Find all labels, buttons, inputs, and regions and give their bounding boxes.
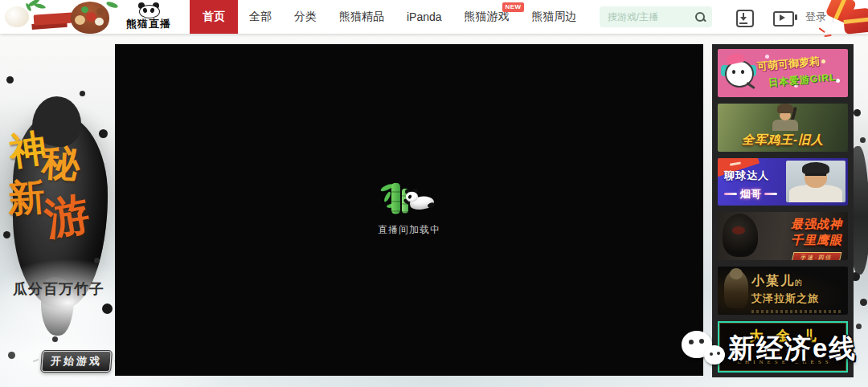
search-box: [600, 6, 712, 27]
promo-sidebar: 可萌可御萝莉 日本爱游GIRL 全军鸡王-旧人 聊球达人 烟哥: [712, 44, 854, 377]
panda-tv-page: 熊猫直播 首页 全部 分类 熊猫精品 iPanda 熊猫游戏 NEW 熊猫周边 …: [0, 0, 868, 387]
loading-text: 直播间加载中: [378, 222, 440, 236]
soldier-art: [771, 104, 800, 131]
panda-face-icon: [137, 2, 160, 17]
top-navbar: 熊猫直播 首页 全部 分类 熊猫精品 iPanda 熊猫游戏 NEW 熊猫周边 …: [0, 0, 868, 34]
banner-loli-game[interactable]: 可萌可御萝莉 日本爱游GIRL: [718, 49, 848, 97]
nav-item-home[interactable]: 首页: [190, 0, 238, 34]
nav-item-games[interactable]: 熊猫游戏 NEW: [453, 0, 521, 34]
banner-ribbon-label: 手速·四倍: [791, 252, 841, 260]
nav-item-merch[interactable]: 熊猫周边: [521, 0, 588, 34]
red-ribbon-art: [34, 12, 75, 25]
player-loading: 直播间加载中: [378, 181, 440, 236]
character-art: [724, 271, 748, 308]
nav-item-categories[interactable]: 分类: [283, 0, 328, 34]
search-icon[interactable]: [695, 12, 706, 22]
search-input[interactable]: [606, 10, 695, 23]
nav-item-ipanda[interactable]: iPanda: [395, 0, 453, 34]
nav-item-premium[interactable]: 熊猫精品: [328, 0, 395, 34]
start-game-button[interactable]: 开始游戏: [41, 351, 112, 372]
nav-item-all[interactable]: 全部: [238, 0, 283, 34]
banner-subtitle: 中国象棋: [719, 346, 846, 357]
download-icon[interactable]: [736, 10, 754, 27]
content-area: 神 秘 新 游 瓜分百万竹子 开始游戏 直播: [0, 34, 868, 387]
hooded-figure-art: [723, 214, 758, 257]
fine-print-art: [751, 310, 841, 313]
panda-bamboo-loading-icon: [380, 181, 438, 215]
leaf-art: [105, 1, 118, 10]
ink-splatter-art: [0, 34, 4, 38]
dumpling-art: [5, 6, 29, 27]
ad-subtitle: 瓜分百万竹子: [0, 279, 117, 299]
banner-azeroth-trip[interactable]: 小菓儿的 艾泽拉斯之旅: [718, 267, 848, 315]
banner-subtitle: 烟哥: [724, 187, 777, 202]
banner-chinese-chess[interactable]: 大金儿 中国象棋 CHINESE CHESS: [718, 321, 848, 373]
hotpot-art: [71, 2, 109, 34]
banner-title: 最强战神: [791, 217, 842, 232]
logo-text: 熊猫直播: [121, 17, 177, 31]
banner-title: 千里鹰眼: [791, 233, 842, 248]
banner-title: 全军鸡王-旧人: [718, 132, 848, 148]
banner-title: 小菓儿的: [751, 273, 841, 290]
site-logo[interactable]: 熊猫直播: [121, 2, 177, 31]
gift-decoration: [819, 0, 868, 44]
banner-liaoqiu-yange[interactable]: 聊球达人 烟哥: [718, 158, 848, 206]
video-player-surface[interactable]: 直播间加载中: [115, 44, 703, 376]
banner-title: 聊球达人: [724, 169, 777, 183]
video-camera-icon[interactable]: [773, 11, 794, 26]
panda-mascot-icon: [722, 54, 755, 91]
banner-subtitle: 日本爱游GIRL: [768, 71, 837, 90]
leaf-art: [34, 2, 47, 10]
banner-title: 艾泽拉斯之旅: [751, 291, 841, 306]
main-menu: 首页 全部 分类 熊猫精品 iPanda 熊猫游戏 NEW 熊猫周边: [190, 0, 868, 34]
streamer-photo: [786, 161, 845, 202]
banner-pubg-jiuren[interactable]: 全军鸡王-旧人: [718, 104, 848, 152]
banner-title: 大金儿: [719, 327, 846, 345]
banner-zhanshen-yingyan[interactable]: 最强战神 千里鹰眼 手速·四倍: [718, 212, 848, 260]
sparkle-art: [718, 49, 720, 51]
hotpot-decoration: [0, 0, 121, 34]
banner-english-label: CHINESE CHESS: [719, 359, 846, 365]
